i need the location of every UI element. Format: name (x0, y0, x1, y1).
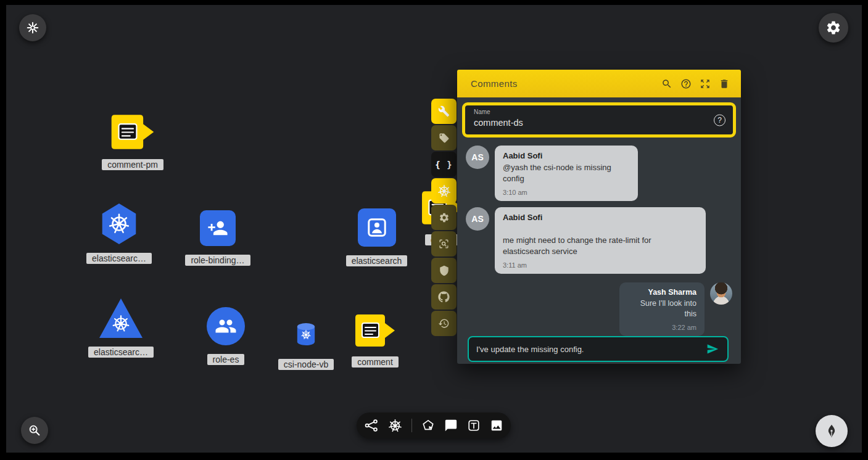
search-icon (661, 78, 672, 89)
node-label: elasticsearc… (86, 253, 152, 264)
comment-message: AS Aabid Sofi me might need to change th… (466, 207, 732, 274)
node-context-toolbar: { } (431, 99, 457, 336)
kubernetes-triangle-icon (99, 298, 143, 338)
panel-delete-button[interactable] (714, 74, 734, 93)
comment-node-icon (110, 113, 155, 150)
panel-title: Comments (471, 78, 657, 89)
node-elasticsearch-triangle[interactable]: elasticsearc… (80, 298, 162, 358)
panel-expand-button[interactable] (695, 74, 714, 93)
braces-icon: { } (435, 160, 452, 170)
name-field-label: Name (474, 109, 490, 115)
workflow-tool-button[interactable] (364, 418, 379, 433)
workflow-icon (364, 418, 379, 433)
toolbar-github-button[interactable] (431, 284, 457, 310)
name-field: Name ? (462, 102, 736, 138)
node-label: elasticsearc… (88, 347, 154, 358)
kubernetes-tool-button[interactable] (388, 419, 402, 433)
node-comment[interactable]: comment (344, 313, 406, 368)
kubernetes-hexagon-icon (100, 203, 138, 244)
message-time: 3:22 am (627, 324, 696, 331)
github-icon (438, 291, 450, 303)
history-icon (438, 318, 450, 329)
avatar-photo (710, 282, 732, 305)
pen-nib-icon (824, 423, 840, 439)
bottom-dock-toolbar (357, 413, 511, 438)
toolbar-shield-button[interactable] (431, 258, 457, 283)
expand-icon (700, 78, 711, 89)
comments-panel: Comments Name ? AS (457, 70, 741, 364)
message-author: Aabid Sofi (503, 213, 698, 222)
pen-tool-button[interactable] (816, 415, 848, 447)
snowflake-icon (26, 21, 39, 35)
toolbar-braces-button[interactable]: { } (431, 152, 457, 177)
zoom-button[interactable] (21, 417, 48, 444)
node-csi-node-vb[interactable]: csi-node-vb (273, 322, 339, 370)
dock-divider (411, 419, 412, 432)
node-elasticsearch-serviceaccount[interactable]: elasticsearch (338, 208, 415, 266)
node-comment-pm[interactable]: comment-pm (93, 113, 173, 170)
message-text: @yash the csi-node is missing config (503, 162, 630, 184)
comments-panel-header: Comments (457, 70, 741, 97)
message-text: Sure I'll look into this (627, 298, 696, 320)
image-icon (490, 419, 503, 432)
kubernetes-wheel-icon (437, 184, 451, 198)
node-role-binding[interactable]: role-binding… (178, 210, 258, 266)
comment-node-icon (355, 313, 395, 348)
message-bubble: Aabid Sofi @yash the csi-node is missing… (495, 146, 638, 201)
settings-button[interactable] (819, 13, 848, 43)
message-bubble: Aabid Sofi me might need to change the r… (495, 207, 706, 274)
help-icon (680, 78, 692, 89)
toolbar-wrench-button[interactable] (431, 99, 457, 124)
send-button[interactable] (704, 341, 721, 357)
zoom-icon (28, 424, 41, 437)
scan-search-icon (438, 238, 450, 250)
comment-tool-button[interactable] (444, 419, 458, 432)
shapes-icon (421, 419, 435, 432)
node-label: role-es (207, 354, 245, 365)
service-account-icon (358, 208, 396, 247)
shield-icon (439, 265, 450, 276)
name-input[interactable] (474, 118, 677, 128)
node-label: elasticsearch (346, 255, 408, 266)
node-elasticsearch-hexagon[interactable]: elasticsearc… (79, 203, 159, 264)
toolbar-history-button[interactable] (431, 311, 457, 336)
node-label: comment (352, 356, 399, 368)
message-bubble: Yash Sharma Sure I'll look into this 3:2… (619, 282, 705, 337)
gear-icon (439, 212, 450, 223)
node-role-es[interactable]: role-es (202, 307, 250, 365)
shapes-tool-button[interactable] (421, 419, 435, 432)
toolbar-tag-button[interactable] (431, 125, 457, 150)
comment-input[interactable] (476, 345, 704, 354)
text-tool-icon (467, 419, 481, 432)
trash-icon (719, 78, 730, 89)
message-author: Yash Sharma (627, 288, 696, 297)
toolbar-gear-button[interactable] (431, 205, 457, 230)
wrench-icon (438, 105, 450, 117)
node-label: comment-pm (102, 159, 163, 170)
message-time: 3:11 am (503, 261, 698, 269)
comment-message: AS Aabid Sofi @yash the csi-node is miss… (466, 146, 732, 201)
panel-search-button[interactable] (657, 74, 676, 93)
gear-icon (825, 20, 841, 36)
storage-cylinder-icon (296, 322, 316, 347)
tag-icon (439, 133, 450, 144)
node-label: role-binding… (185, 255, 250, 266)
toolbar-scan-search-button[interactable] (431, 231, 457, 257)
image-tool-button[interactable] (490, 419, 503, 432)
panel-help-button[interactable] (676, 74, 695, 93)
comment-thread: AS Aabid Sofi @yash the csi-node is miss… (457, 142, 741, 336)
message-text: me might need to change the rate-limit f… (503, 224, 698, 257)
role-binding-icon (200, 210, 236, 246)
kubernetes-wheel-icon (388, 419, 402, 433)
toolbar-kubernetes-button[interactable] (431, 178, 457, 203)
text-tool-button[interactable] (467, 419, 481, 432)
message-author: Aabid Sofi (503, 151, 630, 160)
avatar: AS (466, 146, 489, 169)
send-icon (706, 343, 719, 355)
kanvas-menu-button[interactable] (19, 14, 46, 41)
name-help-icon[interactable]: ? (714, 114, 725, 126)
role-icon (207, 307, 245, 345)
node-label: csi-node-vb (278, 359, 334, 370)
avatar: AS (466, 207, 489, 231)
message-time: 3:10 am (503, 189, 630, 196)
